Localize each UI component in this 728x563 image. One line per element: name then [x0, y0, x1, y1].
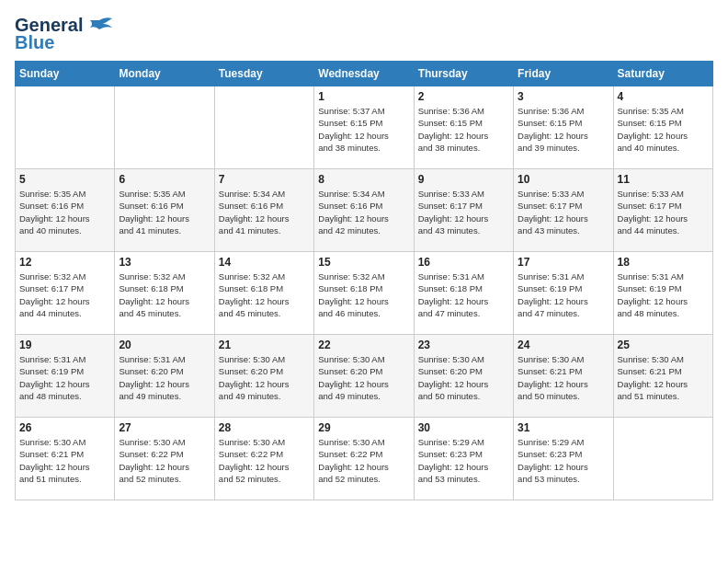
- day-info: Sunrise: 5:31 AM Sunset: 6:19 PM Dayligh…: [518, 270, 609, 319]
- day-info: Sunrise: 5:31 AM Sunset: 6:18 PM Dayligh…: [418, 270, 509, 319]
- week-row-3: 12Sunrise: 5:32 AM Sunset: 6:17 PM Dayli…: [16, 252, 713, 335]
- day-cell: 17Sunrise: 5:31 AM Sunset: 6:19 PM Dayli…: [514, 252, 613, 335]
- day-cell: 9Sunrise: 5:33 AM Sunset: 6:17 PM Daylig…: [414, 169, 513, 252]
- page-header: General Blue: [15, 15, 713, 53]
- col-header-tuesday: Tuesday: [214, 62, 313, 86]
- day-cell: 13Sunrise: 5:32 AM Sunset: 6:18 PM Dayli…: [115, 252, 214, 335]
- day-number: 23: [418, 339, 509, 351]
- day-number: 2: [418, 90, 509, 103]
- day-info: Sunrise: 5:29 AM Sunset: 6:23 PM Dayligh…: [518, 436, 609, 485]
- day-cell: 4Sunrise: 5:35 AM Sunset: 6:15 PM Daylig…: [613, 86, 712, 169]
- day-number: 8: [318, 173, 409, 186]
- day-info: Sunrise: 5:30 AM Sunset: 6:21 PM Dayligh…: [19, 436, 110, 485]
- day-cell: 7Sunrise: 5:34 AM Sunset: 6:16 PM Daylig…: [214, 169, 313, 252]
- day-cell: [115, 86, 214, 169]
- day-number: 20: [119, 339, 210, 351]
- day-cell: 24Sunrise: 5:30 AM Sunset: 6:21 PM Dayli…: [514, 335, 613, 418]
- day-info: Sunrise: 5:30 AM Sunset: 6:20 PM Dayligh…: [318, 353, 409, 402]
- week-row-1: 1Sunrise: 5:37 AM Sunset: 6:15 PM Daylig…: [16, 86, 713, 169]
- day-number: 31: [518, 421, 609, 434]
- day-info: Sunrise: 5:36 AM Sunset: 6:15 PM Dayligh…: [418, 105, 509, 154]
- day-number: 6: [119, 173, 210, 186]
- day-info: Sunrise: 5:32 AM Sunset: 6:18 PM Dayligh…: [318, 270, 409, 319]
- day-info: Sunrise: 5:30 AM Sunset: 6:22 PM Dayligh…: [318, 436, 409, 485]
- week-row-4: 19Sunrise: 5:31 AM Sunset: 6:19 PM Dayli…: [16, 335, 713, 418]
- day-number: 17: [518, 256, 609, 269]
- day-cell: 26Sunrise: 5:30 AM Sunset: 6:21 PM Dayli…: [16, 418, 115, 500]
- day-info: Sunrise: 5:30 AM Sunset: 6:20 PM Dayligh…: [219, 353, 310, 402]
- week-row-5: 26Sunrise: 5:30 AM Sunset: 6:21 PM Dayli…: [16, 418, 713, 500]
- day-number: 14: [219, 256, 310, 269]
- day-cell: 30Sunrise: 5:29 AM Sunset: 6:23 PM Dayli…: [414, 418, 513, 500]
- day-info: Sunrise: 5:30 AM Sunset: 6:22 PM Dayligh…: [219, 436, 310, 485]
- day-number: 15: [318, 256, 409, 269]
- day-cell: 31Sunrise: 5:29 AM Sunset: 6:23 PM Dayli…: [514, 418, 613, 500]
- day-number: 16: [418, 256, 509, 269]
- day-number: 26: [19, 421, 110, 434]
- day-number: 22: [318, 339, 409, 351]
- day-info: Sunrise: 5:35 AM Sunset: 6:16 PM Dayligh…: [19, 188, 110, 236]
- day-info: Sunrise: 5:31 AM Sunset: 6:20 PM Dayligh…: [119, 353, 210, 402]
- calendar-header-row: SundayMondayTuesdayWednesdayThursdayFrid…: [16, 62, 713, 86]
- day-info: Sunrise: 5:36 AM Sunset: 6:15 PM Dayligh…: [518, 105, 609, 154]
- logo: General Blue: [15, 15, 112, 53]
- day-number: 11: [618, 173, 709, 186]
- day-cell: 25Sunrise: 5:30 AM Sunset: 6:21 PM Dayli…: [613, 335, 712, 418]
- day-number: 10: [518, 173, 609, 186]
- day-cell: [613, 418, 712, 500]
- day-info: Sunrise: 5:33 AM Sunset: 6:17 PM Dayligh…: [618, 188, 709, 236]
- day-cell: 27Sunrise: 5:30 AM Sunset: 6:22 PM Dayli…: [115, 418, 214, 500]
- day-cell: 14Sunrise: 5:32 AM Sunset: 6:18 PM Dayli…: [214, 252, 313, 335]
- day-cell: 1Sunrise: 5:37 AM Sunset: 6:15 PM Daylig…: [314, 86, 414, 169]
- day-number: 27: [119, 421, 210, 434]
- col-header-friday: Friday: [514, 62, 613, 86]
- day-cell: [16, 86, 115, 169]
- day-info: Sunrise: 5:31 AM Sunset: 6:19 PM Dayligh…: [618, 270, 709, 319]
- day-number: 7: [219, 173, 310, 186]
- day-cell: 6Sunrise: 5:35 AM Sunset: 6:16 PM Daylig…: [115, 169, 214, 252]
- day-cell: 5Sunrise: 5:35 AM Sunset: 6:16 PM Daylig…: [16, 169, 115, 252]
- day-info: Sunrise: 5:35 AM Sunset: 6:16 PM Dayligh…: [119, 188, 210, 236]
- day-info: Sunrise: 5:37 AM Sunset: 6:15 PM Dayligh…: [318, 105, 409, 154]
- day-cell: 8Sunrise: 5:34 AM Sunset: 6:16 PM Daylig…: [314, 169, 414, 252]
- day-cell: 10Sunrise: 5:33 AM Sunset: 6:17 PM Dayli…: [514, 169, 613, 252]
- day-info: Sunrise: 5:32 AM Sunset: 6:17 PM Dayligh…: [19, 270, 110, 319]
- day-cell: 20Sunrise: 5:31 AM Sunset: 6:20 PM Dayli…: [115, 335, 214, 418]
- day-number: 29: [318, 421, 409, 434]
- day-cell: 15Sunrise: 5:32 AM Sunset: 6:18 PM Dayli…: [314, 252, 414, 335]
- day-number: 28: [219, 421, 310, 434]
- day-info: Sunrise: 5:29 AM Sunset: 6:23 PM Dayligh…: [418, 436, 509, 485]
- day-info: Sunrise: 5:34 AM Sunset: 6:16 PM Dayligh…: [318, 188, 409, 236]
- day-cell: 3Sunrise: 5:36 AM Sunset: 6:15 PM Daylig…: [514, 86, 613, 169]
- day-info: Sunrise: 5:30 AM Sunset: 6:20 PM Dayligh…: [418, 353, 509, 402]
- day-cell: 11Sunrise: 5:33 AM Sunset: 6:17 PM Dayli…: [613, 169, 712, 252]
- day-number: 13: [119, 256, 210, 269]
- day-cell: [214, 86, 313, 169]
- day-number: 19: [19, 339, 110, 351]
- col-header-saturday: Saturday: [613, 62, 712, 86]
- day-number: 18: [618, 256, 709, 269]
- day-number: 9: [418, 173, 509, 186]
- day-info: Sunrise: 5:30 AM Sunset: 6:21 PM Dayligh…: [618, 353, 709, 402]
- day-cell: 18Sunrise: 5:31 AM Sunset: 6:19 PM Dayli…: [613, 252, 712, 335]
- day-number: 3: [518, 90, 609, 103]
- day-info: Sunrise: 5:33 AM Sunset: 6:17 PM Dayligh…: [418, 188, 509, 236]
- day-info: Sunrise: 5:33 AM Sunset: 6:17 PM Dayligh…: [518, 188, 609, 236]
- day-info: Sunrise: 5:31 AM Sunset: 6:19 PM Dayligh…: [19, 353, 110, 402]
- day-number: 24: [518, 339, 609, 351]
- day-cell: 19Sunrise: 5:31 AM Sunset: 6:19 PM Dayli…: [16, 335, 115, 418]
- day-cell: 2Sunrise: 5:36 AM Sunset: 6:15 PM Daylig…: [414, 86, 513, 169]
- col-header-wednesday: Wednesday: [314, 62, 414, 86]
- day-cell: 16Sunrise: 5:31 AM Sunset: 6:18 PM Dayli…: [414, 252, 513, 335]
- day-cell: 12Sunrise: 5:32 AM Sunset: 6:17 PM Dayli…: [16, 252, 115, 335]
- logo-blue-text: Blue: [15, 32, 54, 53]
- col-header-thursday: Thursday: [414, 62, 513, 86]
- col-header-sunday: Sunday: [16, 62, 115, 86]
- day-cell: 29Sunrise: 5:30 AM Sunset: 6:22 PM Dayli…: [314, 418, 414, 500]
- day-number: 30: [418, 421, 509, 434]
- day-info: Sunrise: 5:30 AM Sunset: 6:22 PM Dayligh…: [119, 436, 210, 485]
- day-number: 12: [19, 256, 110, 269]
- day-info: Sunrise: 5:35 AM Sunset: 6:15 PM Dayligh…: [618, 105, 709, 154]
- day-number: 4: [618, 90, 709, 103]
- day-info: Sunrise: 5:32 AM Sunset: 6:18 PM Dayligh…: [119, 270, 210, 319]
